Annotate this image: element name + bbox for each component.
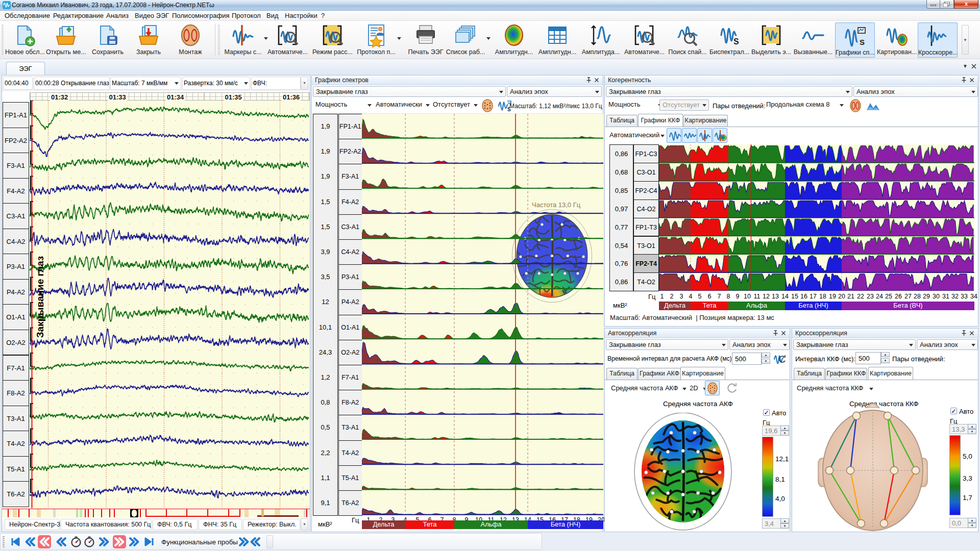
svg-text:S: S xyxy=(733,37,739,46)
svg-text:Частота 13,0 Гц: Частота 13,0 Гц xyxy=(532,201,581,209)
svg-text:S: S xyxy=(860,38,865,46)
svg-text:Функциональные пробы: Функциональные пробы xyxy=(161,538,238,546)
